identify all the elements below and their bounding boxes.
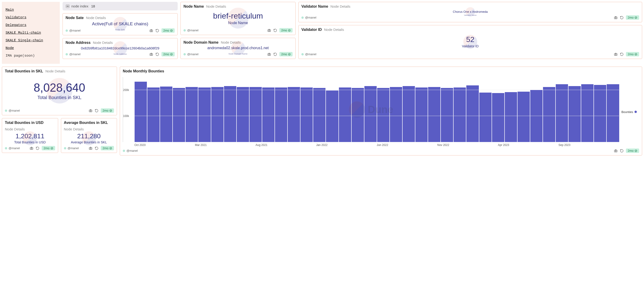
chart-bar[interactable] xyxy=(530,90,542,142)
chart-bar[interactable] xyxy=(594,85,606,142)
legend-dot-icon xyxy=(634,111,637,113)
chart-bar[interactable] xyxy=(160,87,172,142)
refresh-icon[interactable] xyxy=(156,29,159,33)
owner-handle[interactable]: @manel xyxy=(305,16,316,19)
refresh-icon[interactable] xyxy=(273,52,277,56)
refresh-icon[interactable] xyxy=(95,147,98,150)
chart-bar[interactable] xyxy=(339,87,351,142)
age-badge[interactable]: 2mo xyxy=(101,108,114,113)
sidebar-item-skale-single-chain[interactable]: SKALE Single-chain xyxy=(6,37,56,44)
owner-status-dot-icon xyxy=(64,147,66,150)
chart-bar[interactable] xyxy=(250,87,262,142)
chart-bar[interactable] xyxy=(262,87,274,142)
chart-bar[interactable] xyxy=(466,85,478,142)
age-badge[interactable]: 2mo xyxy=(162,52,175,56)
card-subtitle: Node Details xyxy=(324,28,344,32)
camera-icon[interactable] xyxy=(89,109,92,112)
chart-bar[interactable] xyxy=(390,87,402,142)
chart-bar[interactable] xyxy=(415,87,428,142)
chart-bar[interactable] xyxy=(237,87,249,142)
age-badge[interactable]: 2mo xyxy=(162,28,175,33)
refresh-icon[interactable] xyxy=(156,52,159,56)
x-tick: Nov 2022 xyxy=(437,144,498,147)
card-title: Validator ID xyxy=(302,28,322,32)
age-badge[interactable]: 2mo xyxy=(42,146,55,150)
chart-bar[interactable] xyxy=(556,84,568,142)
chart-bar[interactable] xyxy=(441,88,453,142)
owner-handle[interactable]: @manel xyxy=(126,149,138,153)
camera-icon[interactable] xyxy=(614,149,618,153)
chart-bar[interactable] xyxy=(505,92,517,142)
owner-handle[interactable]: @manel xyxy=(69,52,80,56)
chart-bar[interactable] xyxy=(479,93,492,142)
chart-bar[interactable] xyxy=(300,87,313,142)
chart-bar[interactable] xyxy=(313,88,326,142)
chart-bar[interactable] xyxy=(568,86,581,142)
chart-bar[interactable] xyxy=(275,87,287,142)
owner-handle[interactable]: @manel xyxy=(8,109,20,112)
owner-handle[interactable]: @manel xyxy=(187,52,198,56)
camera-icon[interactable] xyxy=(150,52,153,56)
owner-status-dot-icon xyxy=(66,53,68,55)
age-badge[interactable]: 2mo xyxy=(626,149,639,153)
refresh-icon[interactable] xyxy=(620,16,624,20)
age-badge[interactable]: 2mo xyxy=(626,52,639,56)
chart-bar[interactable] xyxy=(352,88,364,142)
chart-bar[interactable] xyxy=(402,86,415,142)
age-badge[interactable]: 2mo xyxy=(280,52,292,56)
node-name-value: brief-reticulum xyxy=(213,11,263,21)
owner-status-dot-icon xyxy=(123,150,125,152)
sidebar-item-delegators[interactable]: Delegators xyxy=(6,21,56,29)
chart-bar[interactable] xyxy=(454,87,466,142)
chart-bar[interactable] xyxy=(147,87,160,142)
chart-bar[interactable] xyxy=(134,82,147,142)
chart-bar[interactable] xyxy=(326,90,338,142)
sidebar-item-skale-multi-chain[interactable]: SKALE Multi-chain xyxy=(6,29,56,37)
chart-legend: Bounties xyxy=(619,77,639,147)
camera-icon[interactable] xyxy=(89,147,92,150)
chart-bar[interactable] xyxy=(518,92,530,142)
sidebar-item-ima-page: IMA page(soon) xyxy=(6,52,56,60)
chart-bar[interactable] xyxy=(607,84,619,142)
age-badge[interactable]: 2mo xyxy=(101,146,114,150)
chart-bar[interactable] xyxy=(211,87,224,142)
owner-handle[interactable]: @manel xyxy=(69,29,80,32)
camera-icon[interactable] xyxy=(267,29,271,32)
filter-node-index[interactable]: 96 node index 18 xyxy=(62,2,178,11)
owner-handle[interactable]: @manel xyxy=(8,147,20,150)
chart-bar[interactable] xyxy=(543,87,555,142)
chart-bar[interactable] xyxy=(492,93,504,142)
refresh-icon[interactable] xyxy=(95,109,98,112)
chart-bar[interactable] xyxy=(173,88,185,142)
sidebar-item-node[interactable]: Node xyxy=(6,44,56,52)
chart-bar[interactable] xyxy=(364,86,377,142)
chart-bar[interactable] xyxy=(186,87,198,142)
card-subtitle: Node Details xyxy=(330,5,350,8)
card-validator-id: Validator ID Node Details 52 Validator I… xyxy=(298,25,642,59)
owner-handle[interactable]: @manel xyxy=(187,29,198,32)
owner-handle[interactable]: @manel xyxy=(305,52,316,56)
camera-icon[interactable] xyxy=(267,52,271,56)
camera-icon[interactable] xyxy=(150,29,153,33)
card-total-bounties-skl: Total Bounties in SKL Node Details 8,028… xyxy=(2,67,117,115)
age-badge[interactable]: 2mo xyxy=(280,28,292,33)
camera-icon[interactable] xyxy=(30,147,33,150)
chart-bar[interactable] xyxy=(224,86,236,142)
sidebar-item-main[interactable]: Main xyxy=(6,6,56,14)
chart-bar[interactable] xyxy=(377,88,390,142)
owner-handle[interactable]: @manel xyxy=(68,147,79,150)
chart-bar[interactable] xyxy=(288,87,300,142)
camera-icon[interactable] xyxy=(614,16,618,20)
chart-bar[interactable] xyxy=(198,87,210,142)
age-badge[interactable]: 2mo xyxy=(626,15,639,20)
refresh-icon[interactable] xyxy=(36,147,40,150)
sidebar-item-validators[interactable]: Validators xyxy=(6,14,56,21)
chart-bar[interactable] xyxy=(428,87,440,142)
total-usd-value: 1,202,811 xyxy=(16,132,44,140)
refresh-icon[interactable] xyxy=(273,29,277,32)
refresh-icon[interactable] xyxy=(620,149,624,153)
svg-rect-12 xyxy=(614,17,617,19)
chart-bar[interactable] xyxy=(581,84,594,142)
camera-icon[interactable] xyxy=(614,52,618,56)
refresh-icon[interactable] xyxy=(620,52,624,56)
